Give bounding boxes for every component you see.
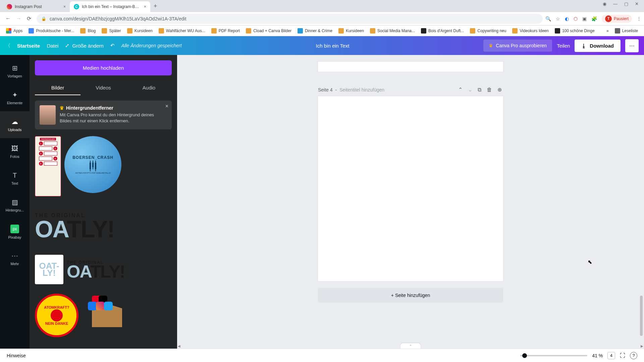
extensions-menu-icon[interactable]: 🧩 [591,16,597,21]
page-header: Seite 4 - Seitentitel hinzufügen ⌃ ⌄ ⧉ 🗑… [318,85,503,94]
bookmark-item[interactable]: Kursideen [336,27,366,35]
home-button[interactable]: Startseite [17,43,40,49]
rail-label: Vorlagen [7,74,22,78]
bookmark-item[interactable]: Social Media Mana... [368,27,417,35]
bookmark-item[interactable]: Dinner & Crime [296,27,334,35]
scroll-left-icon[interactable]: ◀ [177,344,181,349]
upload-media-button[interactable]: Medien hochladen [35,60,172,75]
profile-badge[interactable]: T Pausiert [602,15,632,23]
upload-label: KENNZAHLEN [40,138,56,140]
notes-toggle-button[interactable]: ⌃ [400,343,421,349]
upload-oatly-medium[interactable]: THE ORIGINAL OATLY! [67,255,167,284]
close-window-icon[interactable]: ✕ [635,1,639,6]
canva-icon: C [74,4,79,9]
notes-button[interactable]: Hinweise [7,353,26,358]
close-icon[interactable]: × [63,4,66,9]
extension-icon[interactable]: ⬡ [574,16,578,21]
bookmark-item[interactable]: 100 schöne Dinge [553,27,597,35]
rail-label: Elemente [7,101,22,105]
try-pro-button[interactable]: ♛ Canva Pro ausprobieren [483,40,552,52]
move-page-up-icon[interactable]: ⌃ [457,85,464,94]
rail-text[interactable]: TText [0,165,30,192]
rail-photos[interactable]: 🖼Fotos [0,138,30,165]
add-page-button[interactable]: + Seite hinzufügen [318,288,503,303]
reload-icon[interactable]: ⟳ [27,15,31,22]
bookmark-label: Blog [88,28,96,33]
bookmark-apps[interactable]: Apps [4,27,24,35]
bookmark-item[interactable]: Kursideen [125,27,155,35]
page-canvas[interactable] [318,96,503,281]
rail-elements[interactable]: ✦Elemente [0,84,30,111]
rail-uploads[interactable]: ☁Uploads [0,111,30,138]
back-home-icon[interactable]: 〈 [5,43,10,49]
url-input[interactable]: 🔒 canva.com/design/DAEhbzjcggM/Klh15LaV3… [37,14,543,24]
upload-sublabel: AKTIEN KRYPTO P2P EDELMETALLE [75,172,111,174]
file-menu[interactable]: Datei [47,43,58,49]
maximize-icon[interactable]: ▢ [624,1,628,6]
upload-atomkraft[interactable]: ATOMKRAFT? NEIN DANKE [35,294,78,337]
back-icon[interactable]: ← [5,15,11,22]
extension-icon[interactable]: ▣ [582,16,587,21]
page-separator: - [335,87,337,93]
bookmark-overflow[interactable]: » [604,27,611,35]
upload-boersen-crash[interactable]: BOERSEN_CRASH AKTIEN KRYPTO P2P EDELMETA… [64,136,121,193]
new-tab-button[interactable]: + [150,3,161,10]
zoom-icon[interactable]: 🔍 [545,16,551,21]
zoom-slider-knob[interactable] [522,353,527,358]
download-button[interactable]: ⭳ Download [575,40,621,52]
upload-oatly-wide[interactable]: THE ORIGINAL OATLY! [35,206,172,245]
browser-tab-instagram[interactable]: Instagram Post × [3,1,70,12]
close-icon[interactable]: × [144,4,146,9]
bookmark-item[interactable]: Videokurs Ideen [510,27,551,35]
undo-icon[interactable]: ↶ [110,43,115,49]
rail-pixabay[interactable]: pxPixabay [0,219,30,245]
canvas-scroll[interactable]: Seite 4 - Seitentitel hinzufügen ⌃ ⌄ ⧉ 🗑… [177,55,644,349]
delete-page-icon[interactable]: 🗑 [485,85,493,94]
tab-videos[interactable]: Videos [80,81,126,95]
upload-oatly-small[interactable]: OAT-LY! [35,255,63,284]
zoom-percentage[interactable]: 41 % [592,353,603,358]
page-title-input[interactable]: Seitentitel hinzufügen [339,87,384,93]
bookmark-item[interactable]: Produktsuche - Mer... [26,27,76,35]
canvas-area[interactable]: Seite 4 - Seitentitel hinzufügen ⌃ ⌄ ⧉ 🗑… [177,55,644,349]
upload-social-box[interactable] [82,294,132,337]
rail-templates[interactable]: ⊞Vorlagen [0,58,30,84]
vertical-scrollbar[interactable] [639,55,643,343]
page-count-button[interactable]: 4 [607,352,615,359]
more-menu-button[interactable]: ⋯ [625,39,639,52]
zoom-slider[interactable] [520,355,587,356]
bookmark-item[interactable]: Cload + Canva Bilder [244,27,293,35]
bookmark-item[interactable]: PDF Report [209,27,242,35]
scroll-right-icon[interactable]: ▶ [640,344,644,349]
tab-audio[interactable]: Audio [126,81,172,95]
bookmark-item[interactable]: Blog [78,27,98,35]
previous-page-edge[interactable] [318,62,503,72]
rail-more[interactable]: ⋯Mehr [0,245,30,272]
bookmark-star-icon[interactable]: ☆ [556,16,560,21]
scrollbar-thumb[interactable] [640,296,643,336]
bookmark-item[interactable]: Später [100,27,123,35]
minimize-icon[interactable]: — [613,1,618,6]
help-icon[interactable]: ? [630,352,637,359]
rail-background[interactable]: ▨Hintergru... [0,192,30,219]
fullscreen-icon[interactable]: ⛶ [620,353,625,359]
upload-kennzahlen[interactable]: KENNZAHLEN 1 2 3 4 5 [35,136,61,196]
document-title[interactable]: Ich bin ein Text [189,43,477,49]
close-promo-icon[interactable]: × [165,103,168,109]
account-icon[interactable]: ◉ [603,1,606,6]
bookmark-item[interactable]: Copywriting neu [468,27,508,35]
share-button[interactable]: Teilen [557,43,570,49]
browser-tab-canva[interactable]: C Ich bin ein Text – Instagram-Bei... × [70,1,150,12]
move-page-down-icon[interactable]: ⌄ [467,85,474,94]
bookmark-item[interactable]: Bois d'Argent Duft... [419,27,466,35]
forward-icon[interactable]: → [16,15,21,22]
bookmark-item[interactable]: Wahlfächer WU Aus... [157,27,207,35]
menu-icon[interactable]: ⋮ [637,16,641,21]
reading-list[interactable]: Leseliste [613,27,640,35]
url-text: canva.com/design/DAEhbzjcggM/Klh15LaV3qA… [50,16,186,21]
resize-button[interactable]: ⤢ Größe ändern [65,43,103,49]
add-page-icon[interactable]: ⊕ [496,85,503,94]
extension-icon[interactable]: ◐ [565,16,569,21]
tab-images[interactable]: Bilder [35,81,80,95]
duplicate-page-icon[interactable]: ⧉ [476,85,483,94]
